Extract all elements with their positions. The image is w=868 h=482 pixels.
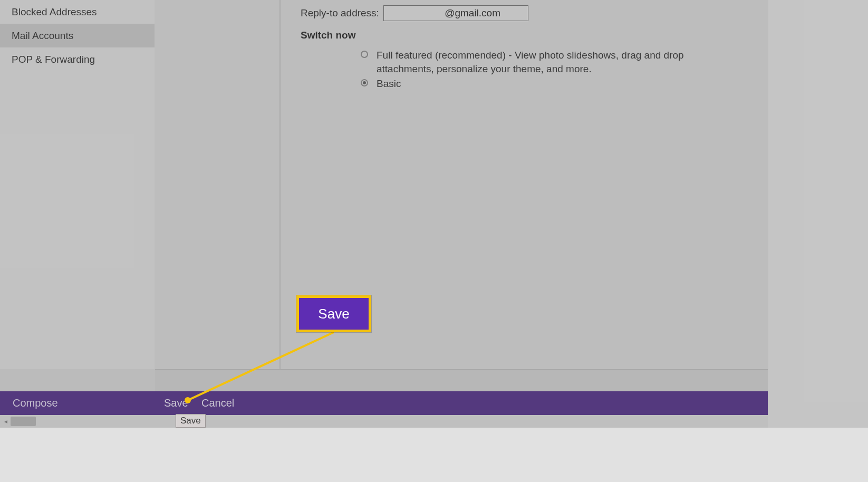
right-margin: [768, 0, 868, 482]
switch-option-full[interactable]: Full featured (recommended) - View photo…: [361, 49, 740, 75]
cancel-button[interactable]: Cancel: [201, 397, 234, 409]
sidebar-item-blocked-addresses[interactable]: Blocked Addresses: [0, 0, 155, 24]
sidebar-item-mail-accounts[interactable]: Mail Accounts: [0, 24, 155, 47]
save-tooltip: Save: [176, 414, 206, 428]
switch-option-label: Full featured (recommended) - View photo…: [377, 49, 740, 75]
sidebar-item-label: Blocked Addresses: [12, 6, 97, 18]
scroll-left-icon[interactable]: ◂: [2, 417, 9, 426]
compose-button[interactable]: Compose: [13, 397, 58, 409]
switch-now-heading: Switch now: [301, 30, 356, 41]
radio-icon[interactable]: [361, 79, 368, 86]
settings-sidebar: Blocked Addresses Mail Accounts POP & Fo…: [0, 0, 155, 369]
sidebar-item-pop-forwarding[interactable]: POP & Forwarding: [0, 47, 155, 71]
switch-option-basic[interactable]: Basic: [361, 77, 740, 91]
bottom-blank: [0, 428, 868, 482]
radio-icon[interactable]: [361, 51, 368, 58]
footer-bar: Compose Save Cancel: [0, 391, 768, 415]
horizontal-scrollbar-track[interactable]: [0, 415, 768, 428]
save-button[interactable]: Save: [164, 397, 188, 409]
sidebar-item-label: Mail Accounts: [12, 30, 73, 42]
save-callout-button[interactable]: Save: [296, 295, 371, 332]
reply-to-row: Reply-to address:: [301, 5, 528, 21]
sidebar-gap: [155, 0, 279, 369]
sidebar-item-label: POP & Forwarding: [12, 54, 95, 65]
save-callout-label: Save: [318, 306, 349, 322]
horizontal-scrollbar-thumb[interactable]: [11, 417, 36, 426]
settings-page: Blocked Addresses Mail Accounts POP & Fo…: [0, 0, 868, 482]
content-separator: [155, 369, 768, 391]
reply-to-label: Reply-to address:: [301, 7, 379, 19]
reply-to-input[interactable]: [383, 5, 528, 21]
switch-option-label: Basic: [377, 77, 401, 91]
